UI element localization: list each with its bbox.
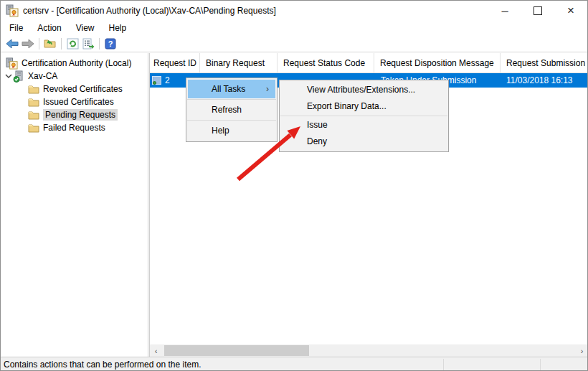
export-list-icon	[82, 38, 95, 50]
tree-item-xav-ca[interactable]: Xav-CA	[1, 70, 148, 83]
folder-icon	[28, 111, 39, 120]
context-menu-label: Refresh	[212, 105, 242, 115]
certsrv-app-icon	[6, 4, 19, 17]
context-menu-item-refresh[interactable]: Refresh	[188, 100, 275, 119]
scrollbar-thumb[interactable]	[164, 345, 309, 356]
menu-separator	[187, 99, 276, 100]
minimize-icon: ─	[501, 6, 508, 17]
toolbar-separator	[99, 38, 100, 50]
column-header-request-submission-date[interactable]: Request Submission D	[501, 53, 588, 72]
refresh-icon	[67, 38, 79, 50]
toolbar-separator	[39, 38, 39, 50]
toolbar-separator	[61, 38, 62, 50]
show-hide-console-tree-icon	[44, 38, 57, 49]
scroll-right-icon: ›	[581, 347, 584, 355]
status-separator	[540, 359, 541, 370]
tree-item-label-selected: Pending Requests	[43, 109, 118, 121]
cell-request-id: 2	[165, 75, 170, 85]
context-menu-item-help[interactable]: Help	[188, 121, 275, 140]
svg-text:?: ?	[108, 39, 113, 48]
context-menu-label: All Tasks	[212, 84, 245, 94]
tree-item-issued-certificates[interactable]: Issued Certificates	[1, 95, 148, 108]
column-header-request-status-code[interactable]: Request Status Code	[278, 53, 374, 72]
menu-separator	[280, 116, 447, 116]
submenu-item-export-binary-data[interactable]: Export Binary Data...	[281, 98, 447, 115]
tree-item-certification-authority[interactable]: Certification Authority (Local)	[1, 57, 148, 70]
tree-item-failed-requests[interactable]: Failed Requests	[1, 121, 148, 134]
show-hide-console-tree-button[interactable]	[42, 37, 58, 51]
folder-icon	[28, 98, 39, 107]
window-title: certsrv - [Certification Authority (Loca…	[23, 6, 276, 16]
context-menu-item-all-tasks[interactable]: All Tasks ›	[188, 80, 275, 98]
close-button[interactable]: ×	[554, 1, 587, 21]
toolbar: ?	[1, 35, 587, 52]
minimize-button[interactable]: ─	[488, 1, 521, 21]
tree-item-label: Failed Requests	[43, 123, 105, 133]
certification-authority-icon	[6, 57, 18, 70]
scroll-left-button[interactable]: ‹	[150, 344, 162, 357]
maximize-icon	[534, 6, 542, 15]
horizontal-scrollbar[interactable]: ‹ ›	[150, 344, 588, 357]
context-menu-label: Help	[212, 126, 229, 136]
window-controls: ─ ×	[488, 1, 587, 21]
close-icon: ×	[567, 4, 574, 18]
menu-file[interactable]: File	[2, 21, 30, 35]
status-separator	[443, 359, 444, 370]
tree-item-label: Issued Certificates	[43, 97, 114, 107]
help-icon: ?	[105, 38, 116, 50]
submenu-item-issue[interactable]: Issue	[281, 117, 447, 133]
menu-bar: File Action View Help	[1, 21, 587, 35]
back-button[interactable]	[4, 37, 20, 51]
menu-help[interactable]: Help	[102, 21, 134, 35]
forward-icon	[22, 39, 34, 49]
folder-icon	[28, 85, 39, 94]
tree-item-label: Xav-CA	[28, 71, 57, 81]
pending-request-icon	[152, 75, 162, 85]
submenu-arrow-icon: ›	[266, 80, 269, 98]
submenu-item-deny[interactable]: Deny	[281, 133, 447, 150]
status-bar: Contains actions that can be performed o…	[1, 357, 587, 371]
menu-view[interactable]: View	[69, 21, 102, 35]
submenu-item-view-attributes-extensions[interactable]: View Attributes/Extensions...	[281, 82, 447, 98]
forward-button[interactable]	[20, 37, 36, 51]
maximize-button[interactable]	[521, 1, 554, 21]
tree-item-revoked-certificates[interactable]: Revoked Certificates	[1, 83, 148, 95]
back-icon	[6, 39, 19, 49]
tree-item-label: Certification Authority (Local)	[22, 58, 131, 68]
ca-server-icon	[13, 70, 24, 83]
scroll-right-button[interactable]: ›	[576, 344, 588, 357]
all-tasks-submenu: View Attributes/Extensions... Export Bin…	[279, 80, 449, 152]
context-menu: All Tasks › Refresh Help	[186, 78, 278, 142]
column-header-binary-request[interactable]: Binary Request	[200, 53, 278, 72]
column-header-request-disposition-message[interactable]: Request Disposition Message	[374, 53, 501, 72]
title-bar: certsrv - [Certification Authority (Loca…	[1, 1, 587, 21]
status-text: Contains actions that can be performed o…	[4, 360, 201, 370]
export-list-button[interactable]	[80, 37, 96, 51]
cell-request-submission-date: 11/03/2018 16:13	[506, 75, 573, 85]
refresh-button[interactable]	[65, 37, 80, 51]
folder-icon	[28, 123, 39, 133]
menu-action[interactable]: Action	[30, 21, 68, 35]
help-button[interactable]: ?	[103, 37, 118, 51]
scroll-left-icon: ‹	[155, 347, 158, 355]
tree-item-label: Revoked Certificates	[43, 84, 123, 94]
list-header: Request ID Binary Request Request Status…	[150, 53, 588, 73]
menu-separator	[187, 120, 276, 121]
chevron-down-icon	[4, 72, 13, 80]
column-header-request-id[interactable]: Request ID	[150, 53, 200, 72]
certsrv-window: certsrv - [Certification Authority (Loca…	[0, 0, 588, 371]
tree-item-pending-requests[interactable]: Pending Requests	[1, 108, 148, 121]
console-tree-pane: Certification Authority (Local) Xav-CA R…	[1, 53, 148, 357]
